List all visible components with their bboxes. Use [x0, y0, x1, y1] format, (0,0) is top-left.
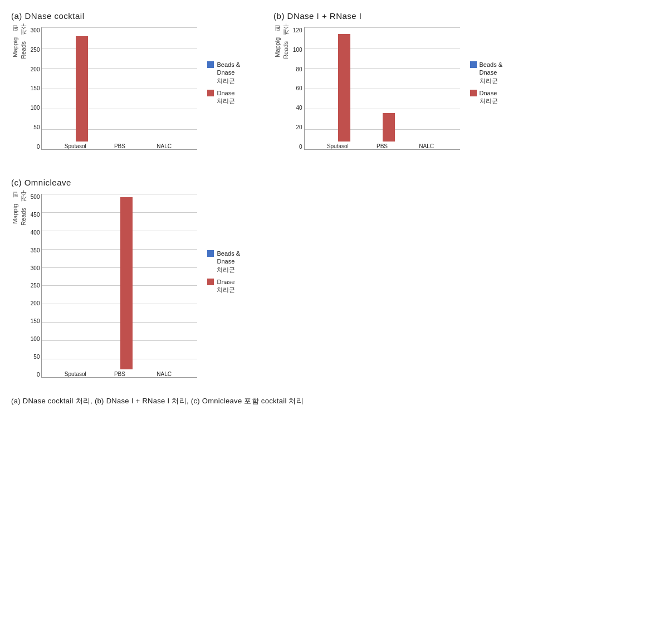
- bar-group-sputasol: Sputasol: [62, 36, 88, 149]
- chart-a: (a) DNase cocktail Mappig 된 Reads 개수 300…: [11, 11, 240, 150]
- chart-c-yticks: 500 450 400 350 300 250 200 150 100 50 0: [31, 194, 40, 378]
- legend-c-item-blue: Beads &Dnase처리군: [207, 250, 240, 274]
- chart-a-bars: Sputasol PBS: [41, 27, 197, 150]
- chart-c-bars: Sputasol PBS: [41, 194, 197, 378]
- xlabel-pbs: PBS: [114, 143, 125, 149]
- bar-group-b-nalc: NALC: [414, 142, 439, 149]
- bar-group-c-nalc: NALC: [151, 369, 177, 377]
- chart-c: (c) Omnicleave Mappig 된 Reads 개수 500 450…: [11, 178, 639, 378]
- chart-a-title: (a) DNase cocktail: [11, 11, 240, 21]
- legend-item-blue: Beads &Dnase처리군: [207, 61, 240, 85]
- xlabel-sputasol: Sputasol: [65, 143, 86, 149]
- legend-c-item-red: Dnase처리군: [207, 278, 240, 294]
- chart-b-yticks: 120 100 80 60 40 20 0: [293, 27, 302, 150]
- chart-c-ylabel: Mappig 된 Reads 개수: [11, 194, 28, 226]
- bar-group-b-pbs: PBS: [369, 113, 395, 149]
- bar-sputasol-red: [76, 36, 88, 142]
- bar-group-c-pbs: PBS: [107, 197, 133, 377]
- legend-item-red: Dnase처리군: [207, 89, 240, 105]
- bottom-caption: (a) DNase cocktail 처리, (b) DNase I + RNa…: [11, 394, 639, 407]
- chart-a-yticks: 300 250 200 150 100 50 0: [31, 27, 40, 150]
- chart-c-title: (c) Omnicleave: [11, 178, 639, 187]
- bar-group-nalc: NALC: [151, 142, 177, 149]
- chart-c-legend: Beads &Dnase처리군 Dnase처리군: [207, 250, 240, 294]
- legend-b-item-blue: Beads &Dnase처리군: [470, 61, 503, 85]
- bar-group-pbs: PBS: [107, 142, 133, 149]
- chart-b-title: (b) DNase I + RNase I: [273, 11, 502, 21]
- bar-group-c-sputasol: Sputasol: [62, 369, 88, 377]
- chart-b: (b) DNase I + RNase I Mappig 된 Reads 개수 …: [273, 11, 502, 150]
- chart-a-legend: Beads &Dnase처리군 Dnase처리군: [207, 61, 240, 105]
- xlabel-nalc: NALC: [157, 143, 172, 149]
- chart-a-ylabel: Mappig 된 Reads 개수: [11, 27, 28, 59]
- chart-b-legend: Beads &Dnase처리군 Dnase처리군: [470, 61, 503, 105]
- bar-group-b-sputasol: Sputasol: [325, 34, 350, 149]
- chart-b-ylabel: Mappig 된 Reads 개수: [273, 27, 291, 59]
- chart-b-bars: Sputasol PBS: [304, 27, 460, 150]
- legend-b-item-red: Dnase처리군: [470, 89, 503, 105]
